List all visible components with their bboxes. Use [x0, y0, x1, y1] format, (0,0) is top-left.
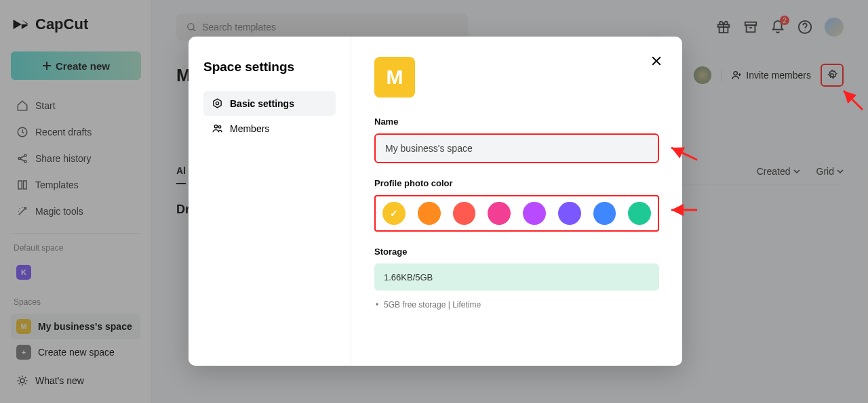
settings-tab-members[interactable]: Members — [203, 116, 336, 141]
color-blue[interactable] — [593, 202, 616, 225]
color-green[interactable] — [628, 202, 651, 225]
color-purple[interactable] — [523, 202, 546, 225]
gear-icon — [212, 98, 223, 109]
storage-usage: 1.66KB/5GB — [374, 263, 659, 291]
color-field-label: Profile photo color — [374, 178, 659, 188]
svg-point-16 — [214, 125, 217, 128]
svg-point-17 — [218, 126, 221, 129]
space-name-input[interactable] — [374, 133, 659, 163]
storage-label: Storage — [374, 247, 659, 257]
space-settings-modal: Space settings Basic settings Members M … — [189, 37, 682, 366]
color-orange[interactable] — [418, 202, 441, 225]
color-swatches — [374, 195, 659, 232]
close-icon — [650, 54, 663, 68]
name-field-label: Name — [374, 116, 659, 127]
modal-content: M Name Profile photo color Storage 1.66K… — [351, 37, 682, 366]
color-yellow[interactable] — [382, 202, 406, 225]
color-pink[interactable] — [488, 202, 511, 225]
modal-title: Space settings — [203, 60, 336, 75]
storage-note: 5GB free storage | Lifetime — [374, 300, 659, 310]
modal-sidebar: Space settings Basic settings Members — [189, 37, 351, 366]
close-button[interactable] — [650, 54, 663, 70]
color-red[interactable] — [453, 202, 476, 225]
settings-tab-basic[interactable]: Basic settings — [203, 91, 336, 116]
svg-point-15 — [216, 102, 218, 104]
color-violet[interactable] — [558, 202, 581, 225]
space-avatar: M — [374, 57, 415, 98]
members-icon — [212, 123, 223, 134]
